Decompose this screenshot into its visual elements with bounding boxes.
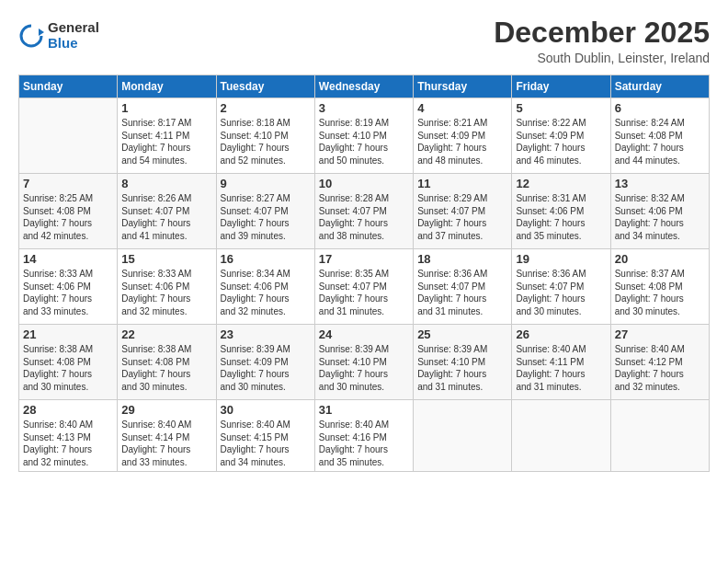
calendar-cell: 28Sunrise: 8:40 AMSunset: 4:13 PMDayligh… bbox=[19, 400, 118, 472]
day-number: 17 bbox=[319, 252, 409, 266]
calendar-cell: 26Sunrise: 8:40 AMSunset: 4:11 PMDayligh… bbox=[512, 325, 610, 400]
logo-general: General bbox=[48, 20, 99, 36]
calendar-cell: 16Sunrise: 8:34 AMSunset: 4:06 PMDayligh… bbox=[216, 249, 314, 325]
day-info: Sunrise: 8:28 AMSunset: 4:07 PMDaylight:… bbox=[319, 192, 409, 242]
calendar-cell: 9Sunrise: 8:27 AMSunset: 4:07 PMDaylight… bbox=[216, 174, 314, 249]
calendar-cell bbox=[610, 400, 709, 472]
day-info: Sunrise: 8:17 AMSunset: 4:11 PMDaylight:… bbox=[121, 117, 211, 167]
day-number: 25 bbox=[417, 327, 507, 341]
calendar-cell: 10Sunrise: 8:28 AMSunset: 4:07 PMDayligh… bbox=[314, 174, 413, 249]
day-header-friday: Friday bbox=[512, 75, 610, 98]
day-info: Sunrise: 8:39 AMSunset: 4:10 PMDaylight:… bbox=[319, 343, 409, 393]
day-number: 16 bbox=[221, 252, 311, 266]
calendar-week-row: 1Sunrise: 8:17 AMSunset: 4:11 PMDaylight… bbox=[19, 98, 710, 174]
day-number: 21 bbox=[23, 327, 113, 341]
day-info: Sunrise: 8:32 AMSunset: 4:06 PMDaylight:… bbox=[615, 192, 705, 242]
day-info: Sunrise: 8:38 AMSunset: 4:08 PMDaylight:… bbox=[23, 343, 113, 393]
calendar-cell: 17Sunrise: 8:35 AMSunset: 4:07 PMDayligh… bbox=[314, 249, 413, 325]
calendar-cell: 8Sunrise: 8:26 AMSunset: 4:07 PMDaylight… bbox=[118, 174, 216, 249]
day-info: Sunrise: 8:21 AMSunset: 4:09 PMDaylight:… bbox=[417, 117, 507, 167]
day-number: 11 bbox=[417, 177, 507, 190]
location: South Dublin, Leinster, Ireland bbox=[494, 51, 710, 65]
day-info: Sunrise: 8:27 AMSunset: 4:07 PMDaylight:… bbox=[221, 192, 311, 242]
day-info: Sunrise: 8:33 AMSunset: 4:06 PMDaylight:… bbox=[121, 268, 211, 317]
svg-marker-0 bbox=[39, 29, 44, 36]
day-number: 14 bbox=[23, 252, 113, 266]
day-info: Sunrise: 8:29 AMSunset: 4:07 PMDaylight:… bbox=[417, 192, 507, 242]
day-number: 24 bbox=[319, 327, 409, 341]
day-info: Sunrise: 8:34 AMSunset: 4:06 PMDaylight:… bbox=[221, 268, 311, 317]
day-number: 20 bbox=[615, 252, 705, 266]
day-number: 31 bbox=[319, 403, 409, 417]
day-info: Sunrise: 8:35 AMSunset: 4:07 PMDaylight:… bbox=[319, 268, 409, 317]
day-info: Sunrise: 8:25 AMSunset: 4:08 PMDaylight:… bbox=[23, 192, 113, 242]
day-info: Sunrise: 8:39 AMSunset: 4:10 PMDaylight:… bbox=[417, 343, 507, 393]
calendar-week-row: 28Sunrise: 8:40 AMSunset: 4:13 PMDayligh… bbox=[19, 400, 710, 472]
day-info: Sunrise: 8:40 AMSunset: 4:16 PMDaylight:… bbox=[319, 419, 409, 468]
day-info: Sunrise: 8:31 AMSunset: 4:06 PMDaylight:… bbox=[516, 192, 606, 242]
calendar-cell: 5Sunrise: 8:22 AMSunset: 4:09 PMDaylight… bbox=[512, 98, 610, 174]
logo-blue: Blue bbox=[48, 36, 99, 52]
day-number: 28 bbox=[23, 403, 113, 417]
calendar-cell: 24Sunrise: 8:39 AMSunset: 4:10 PMDayligh… bbox=[314, 325, 413, 400]
day-number: 29 bbox=[121, 403, 211, 417]
day-header-monday: Monday bbox=[118, 75, 216, 98]
day-number: 30 bbox=[221, 403, 311, 417]
day-info: Sunrise: 8:36 AMSunset: 4:07 PMDaylight:… bbox=[417, 268, 507, 317]
calendar-cell: 27Sunrise: 8:40 AMSunset: 4:12 PMDayligh… bbox=[610, 325, 709, 400]
calendar-cell: 19Sunrise: 8:36 AMSunset: 4:07 PMDayligh… bbox=[512, 249, 610, 325]
calendar-cell: 20Sunrise: 8:37 AMSunset: 4:08 PMDayligh… bbox=[610, 249, 709, 325]
page: General Blue December 2025 South Dublin,… bbox=[0, 0, 728, 563]
day-number: 1 bbox=[121, 101, 211, 115]
day-number: 8 bbox=[121, 177, 211, 190]
calendar-cell: 31Sunrise: 8:40 AMSunset: 4:16 PMDayligh… bbox=[314, 400, 413, 472]
day-header-tuesday: Tuesday bbox=[216, 75, 314, 98]
day-number: 4 bbox=[417, 101, 507, 115]
day-number: 2 bbox=[221, 101, 311, 115]
day-info: Sunrise: 8:40 AMSunset: 4:12 PMDaylight:… bbox=[615, 343, 705, 393]
title-block: December 2025 South Dublin, Leinster, Ir… bbox=[494, 17, 710, 65]
calendar-week-row: 14Sunrise: 8:33 AMSunset: 4:06 PMDayligh… bbox=[19, 249, 710, 325]
day-number: 5 bbox=[516, 101, 606, 115]
day-number: 9 bbox=[221, 177, 311, 190]
day-number: 12 bbox=[516, 177, 606, 190]
day-info: Sunrise: 8:40 AMSunset: 4:13 PMDaylight:… bbox=[23, 419, 113, 468]
calendar-cell: 11Sunrise: 8:29 AMSunset: 4:07 PMDayligh… bbox=[414, 174, 512, 249]
header: General Blue December 2025 South Dublin,… bbox=[18, 17, 710, 65]
day-info: Sunrise: 8:39 AMSunset: 4:09 PMDaylight:… bbox=[221, 343, 311, 393]
day-number: 18 bbox=[417, 252, 507, 266]
calendar-cell: 6Sunrise: 8:24 AMSunset: 4:08 PMDaylight… bbox=[610, 98, 709, 174]
calendar-cell: 1Sunrise: 8:17 AMSunset: 4:11 PMDaylight… bbox=[118, 98, 216, 174]
calendar-table: SundayMondayTuesdayWednesdayThursdayFrid… bbox=[18, 75, 710, 472]
day-header-saturday: Saturday bbox=[610, 75, 709, 98]
day-header-wednesday: Wednesday bbox=[314, 75, 413, 98]
calendar-cell bbox=[512, 400, 610, 472]
day-info: Sunrise: 8:19 AMSunset: 4:10 PMDaylight:… bbox=[319, 117, 409, 167]
day-info: Sunrise: 8:24 AMSunset: 4:08 PMDaylight:… bbox=[615, 117, 705, 167]
calendar-cell: 29Sunrise: 8:40 AMSunset: 4:14 PMDayligh… bbox=[118, 400, 216, 472]
calendar-cell: 2Sunrise: 8:18 AMSunset: 4:10 PMDaylight… bbox=[216, 98, 314, 174]
calendar-cell: 22Sunrise: 8:38 AMSunset: 4:08 PMDayligh… bbox=[118, 325, 216, 400]
day-number: 19 bbox=[516, 252, 606, 266]
day-number: 6 bbox=[615, 101, 705, 115]
day-number: 3 bbox=[319, 101, 409, 115]
day-header-sunday: Sunday bbox=[19, 75, 118, 98]
day-number: 13 bbox=[615, 177, 705, 190]
calendar-week-row: 21Sunrise: 8:38 AMSunset: 4:08 PMDayligh… bbox=[19, 325, 710, 400]
day-info: Sunrise: 8:40 AMSunset: 4:11 PMDaylight:… bbox=[516, 343, 606, 393]
logo-icon bbox=[18, 23, 44, 49]
day-number: 22 bbox=[121, 327, 211, 341]
day-info: Sunrise: 8:33 AMSunset: 4:06 PMDaylight:… bbox=[23, 268, 113, 317]
calendar-cell: 13Sunrise: 8:32 AMSunset: 4:06 PMDayligh… bbox=[610, 174, 709, 249]
calendar-cell: 23Sunrise: 8:39 AMSunset: 4:09 PMDayligh… bbox=[216, 325, 314, 400]
day-info: Sunrise: 8:38 AMSunset: 4:08 PMDaylight:… bbox=[121, 343, 211, 393]
calendar-cell: 30Sunrise: 8:40 AMSunset: 4:15 PMDayligh… bbox=[216, 400, 314, 472]
day-info: Sunrise: 8:37 AMSunset: 4:08 PMDaylight:… bbox=[615, 268, 705, 317]
logo-text: General Blue bbox=[48, 20, 99, 51]
calendar-cell bbox=[414, 400, 512, 472]
calendar-cell: 25Sunrise: 8:39 AMSunset: 4:10 PMDayligh… bbox=[414, 325, 512, 400]
day-number: 10 bbox=[319, 177, 409, 190]
day-number: 23 bbox=[221, 327, 311, 341]
calendar-cell: 4Sunrise: 8:21 AMSunset: 4:09 PMDaylight… bbox=[414, 98, 512, 174]
day-info: Sunrise: 8:22 AMSunset: 4:09 PMDaylight:… bbox=[516, 117, 606, 167]
